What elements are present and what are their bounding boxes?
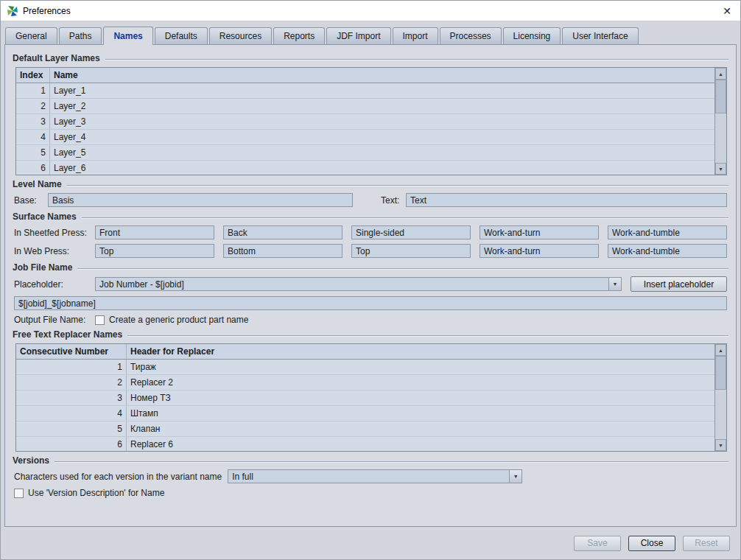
scrollbar-thumb[interactable] (715, 356, 726, 390)
cell-number[interactable]: 4 (16, 406, 127, 421)
tab-reports[interactable]: Reports (273, 27, 325, 44)
table-row[interactable]: 4 Штамп (16, 406, 714, 421)
text-name-value: Text (410, 195, 426, 206)
tab-resources[interactable]: Resources (209, 27, 272, 44)
cell-name[interactable]: Layer_6 (50, 161, 714, 175)
cell-number[interactable]: 1 (16, 360, 127, 374)
table-row[interactable]: 2 Replacer 2 (16, 375, 714, 391)
group-title-text: Surface Names (13, 211, 77, 222)
cell-name[interactable]: Layer_4 (50, 130, 714, 144)
use-version-description-checkbox[interactable] (14, 489, 24, 498)
scroll-up-icon[interactable]: ▲ (715, 344, 726, 356)
insert-placeholder-button[interactable]: Insert placeholder (631, 276, 727, 292)
cell-index[interactable]: 1 (16, 83, 50, 98)
vertical-scrollbar[interactable]: ▲ ▼ (714, 344, 726, 451)
cell-header[interactable]: Тираж (127, 360, 714, 374)
version-description-row: Use 'Version Description' for Name (14, 488, 727, 498)
sheetfed-single-sided-field[interactable]: Single-sided (351, 225, 471, 239)
cell-header[interactable]: Штамп (127, 406, 714, 421)
table-row[interactable]: 6 Replacer 6 (16, 437, 714, 452)
cell-index[interactable]: 3 (16, 114, 50, 129)
table-row[interactable]: 5 Клапан (16, 421, 714, 437)
text-name-field[interactable]: Text (406, 193, 727, 207)
field-value: Work-and-turn (484, 228, 540, 238)
tab-user-interface[interactable]: User Interface (562, 27, 638, 44)
tab-names[interactable]: Names (103, 27, 152, 45)
group-surface-names: Surface Names (13, 211, 728, 222)
cell-name[interactable]: Layer_1 (50, 83, 714, 98)
table-row[interactable]: 5 Layer_5 (16, 145, 714, 161)
scrollbar-thumb[interactable] (715, 80, 726, 113)
tab-import[interactable]: Import (393, 27, 438, 44)
sheetfed-front-field[interactable]: Front (95, 225, 214, 239)
cell-index[interactable]: 2 (16, 99, 50, 113)
table-row[interactable]: 2 Layer_2 (16, 99, 714, 114)
sheetfed-press-label: In Sheetfed Press: (14, 228, 95, 238)
version-characters-combobox[interactable]: In full ▼ (228, 469, 522, 483)
column-header-name[interactable]: Name (50, 68, 714, 83)
chevron-down-icon[interactable]: ▼ (509, 470, 521, 483)
close-icon[interactable]: ✕ (721, 5, 733, 17)
cell-name[interactable]: Layer_3 (50, 114, 714, 129)
table-row[interactable]: 4 Layer_4 (16, 130, 714, 145)
base-name-field[interactable]: Basis (48, 193, 353, 207)
cell-name[interactable]: Layer_2 (50, 99, 714, 113)
generic-product-part-label: Create a generic product part name (109, 315, 248, 325)
web-bottom-field[interactable]: Bottom (223, 244, 343, 258)
sheetfed-work-and-tumble-field[interactable]: Work-and-tumble (608, 225, 727, 239)
close-button[interactable]: Close (628, 536, 675, 551)
group-rule (105, 59, 728, 60)
tab-paths[interactable]: Paths (59, 27, 102, 44)
placeholder-label: Placeholder: (14, 279, 95, 290)
cell-number[interactable]: 6 (16, 437, 127, 452)
group-versions: Versions (13, 455, 728, 466)
sheetfed-work-and-turn-field[interactable]: Work-and-turn (480, 225, 599, 239)
table-row[interactable]: 1 Тираж (16, 360, 714, 375)
cell-header[interactable]: Replacer 6 (127, 437, 714, 452)
web-single-sided-field[interactable]: Top (351, 244, 471, 258)
cell-index[interactable]: 6 (16, 161, 50, 175)
cell-name[interactable]: Layer_5 (50, 145, 714, 160)
scrollbar-track[interactable] (715, 80, 726, 163)
table-row[interactable]: 3 Номер ТЗ (16, 391, 714, 406)
cell-header[interactable]: Replacer 2 (127, 375, 714, 390)
reset-button[interactable]: Reset (683, 536, 730, 551)
scroll-down-icon[interactable]: ▼ (715, 439, 726, 451)
cell-header[interactable]: Номер ТЗ (127, 391, 714, 405)
save-button[interactable]: Save (574, 536, 621, 551)
scroll-down-icon[interactable]: ▼ (715, 163, 726, 175)
table-row[interactable]: 6 Layer_6 (16, 161, 714, 175)
tab-processes[interactable]: Processes (440, 27, 502, 44)
tab-jdf-import[interactable]: JDF Import (326, 27, 390, 44)
tab-general[interactable]: General (5, 27, 57, 44)
cell-number[interactable]: 3 (16, 391, 127, 405)
scroll-up-icon[interactable]: ▲ (715, 68, 726, 80)
scrollbar-track[interactable] (715, 356, 726, 439)
table-row[interactable]: 1 Layer_1 (16, 83, 714, 99)
chevron-down-icon[interactable]: ▼ (608, 278, 621, 290)
generic-product-part-checkbox[interactable] (95, 315, 105, 325)
vertical-scrollbar[interactable]: ▲ ▼ (714, 68, 726, 175)
group-title-text: Versions (13, 455, 49, 466)
web-top-field[interactable]: Top (95, 244, 214, 258)
use-version-description-label: Use 'Version Description' for Name (28, 488, 164, 498)
file-name-pattern-field[interactable]: $[jobid]_$[jobname] (14, 296, 727, 310)
web-work-and-turn-field[interactable]: Work-and-turn (480, 244, 599, 258)
window-title: Preferences (23, 6, 71, 16)
web-work-and-tumble-field[interactable]: Work-and-tumble (608, 244, 727, 258)
cell-number[interactable]: 5 (16, 421, 127, 436)
cell-header[interactable]: Клапан (127, 421, 714, 436)
cell-index[interactable]: 5 (16, 145, 50, 160)
cell-index[interactable]: 4 (16, 130, 50, 144)
cell-number[interactable]: 2 (16, 375, 127, 390)
table-row[interactable]: 3 Layer_3 (16, 114, 714, 130)
placeholder-combobox[interactable]: Job Number - $[jobid] ▼ (95, 277, 622, 291)
sheetfed-back-field[interactable]: Back (223, 225, 343, 239)
base-name-value: Basis (52, 195, 74, 206)
tab-licensing[interactable]: Licensing (503, 27, 561, 44)
column-header-index[interactable]: Index (16, 68, 50, 83)
tab-defaults[interactable]: Defaults (155, 27, 208, 44)
column-header-header-for-replacer[interactable]: Header for Replacer (127, 344, 714, 359)
column-header-consecutive-number[interactable]: Consecutive Number (16, 344, 127, 359)
app-icon (7, 5, 18, 17)
